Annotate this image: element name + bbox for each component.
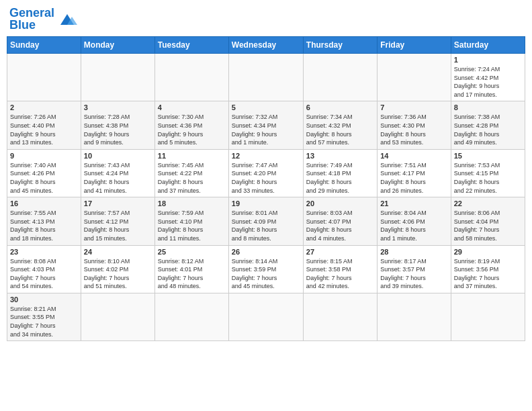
logo-blue: Blue <box>9 18 36 32</box>
week-row-2: 2Sunrise: 7:26 AM Sunset: 4:40 PM Daylig… <box>7 101 525 149</box>
calendar-cell: 28Sunrise: 8:17 AM Sunset: 3:57 PM Dayli… <box>378 245 451 293</box>
day-number: 6 <box>306 103 374 111</box>
day-info: Sunrise: 8:03 AM Sunset: 4:07 PM Dayligh… <box>306 209 374 242</box>
day-info: Sunrise: 7:28 AM Sunset: 4:38 PM Dayligh… <box>84 113 152 146</box>
day-number: 29 <box>454 248 522 256</box>
calendar-cell: 19Sunrise: 8:01 AM Sunset: 4:09 PM Dayli… <box>228 197 303 245</box>
day-info: Sunrise: 8:04 AM Sunset: 4:06 PM Dayligh… <box>380 209 447 242</box>
day-number: 19 <box>232 199 300 208</box>
calendar-cell: 17Sunrise: 7:57 AM Sunset: 4:12 PM Dayli… <box>81 197 154 245</box>
weekday-header-monday: Monday <box>81 37 154 54</box>
day-info: Sunrise: 7:38 AM Sunset: 4:28 PM Dayligh… <box>454 113 522 146</box>
day-number: 20 <box>306 199 374 208</box>
calendar-cell: 23Sunrise: 8:08 AM Sunset: 4:03 PM Dayli… <box>7 245 81 293</box>
calendar-cell: 30Sunrise: 8:21 AM Sunset: 3:55 PM Dayli… <box>7 293 81 340</box>
calendar-cell <box>378 293 451 340</box>
day-number: 3 <box>84 103 152 111</box>
calendar-cell: 16Sunrise: 7:55 AM Sunset: 4:13 PM Dayli… <box>7 197 81 245</box>
calendar-cell: 18Sunrise: 7:59 AM Sunset: 4:10 PM Dayli… <box>154 197 228 245</box>
calendar-cell: 3Sunrise: 7:28 AM Sunset: 4:38 PM Daylig… <box>81 101 154 149</box>
day-number: 2 <box>10 103 78 111</box>
calendar-cell: 13Sunrise: 7:49 AM Sunset: 4:18 PM Dayli… <box>303 149 377 197</box>
day-number: 10 <box>84 152 152 160</box>
day-info: Sunrise: 7:24 AM Sunset: 4:42 PM Dayligh… <box>454 65 522 99</box>
day-info: Sunrise: 7:36 AM Sunset: 4:30 PM Dayligh… <box>380 113 447 146</box>
calendar-cell: 14Sunrise: 7:51 AM Sunset: 4:17 PM Dayli… <box>378 149 451 197</box>
day-info: Sunrise: 8:17 AM Sunset: 3:57 PM Dayligh… <box>380 257 447 291</box>
day-info: Sunrise: 8:06 AM Sunset: 4:04 PM Dayligh… <box>454 209 522 242</box>
weekday-header-saturday: Saturday <box>451 37 525 54</box>
calendar-cell: 12Sunrise: 7:47 AM Sunset: 4:20 PM Dayli… <box>228 149 303 197</box>
weekday-header-wednesday: Wednesday <box>228 37 303 54</box>
calendar-cell <box>378 54 451 101</box>
calendar-cell: 29Sunrise: 8:19 AM Sunset: 3:56 PM Dayli… <box>451 245 525 293</box>
logo-text: General Blue <box>9 7 54 31</box>
weekday-header-sunday: Sunday <box>7 37 81 54</box>
day-number: 30 <box>10 295 78 304</box>
day-number: 21 <box>380 199 447 208</box>
calendar-cell: 7Sunrise: 7:36 AM Sunset: 4:30 PM Daylig… <box>378 101 451 149</box>
day-number: 9 <box>10 152 78 160</box>
day-info: Sunrise: 8:15 AM Sunset: 3:58 PM Dayligh… <box>306 257 374 291</box>
calendar-cell: 11Sunrise: 7:45 AM Sunset: 4:22 PM Dayli… <box>154 149 228 197</box>
calendar-cell: 15Sunrise: 7:53 AM Sunset: 4:15 PM Dayli… <box>451 149 525 197</box>
day-info: Sunrise: 7:26 AM Sunset: 4:40 PM Dayligh… <box>10 113 78 146</box>
calendar-cell: 21Sunrise: 8:04 AM Sunset: 4:06 PM Dayli… <box>378 197 451 245</box>
day-info: Sunrise: 7:53 AM Sunset: 4:15 PM Dayligh… <box>454 161 522 195</box>
day-info: Sunrise: 7:32 AM Sunset: 4:34 PM Dayligh… <box>232 113 300 146</box>
calendar-cell <box>154 293 228 340</box>
day-info: Sunrise: 8:21 AM Sunset: 3:55 PM Dayligh… <box>10 305 78 338</box>
day-number: 17 <box>84 199 152 208</box>
calendar-cell: 8Sunrise: 7:38 AM Sunset: 4:28 PM Daylig… <box>451 101 525 149</box>
day-number: 22 <box>454 199 522 208</box>
calendar-cell <box>7 54 81 101</box>
day-number: 11 <box>158 152 226 160</box>
calendar-cell: 2Sunrise: 7:26 AM Sunset: 4:40 PM Daylig… <box>7 101 81 149</box>
week-row-5: 23Sunrise: 8:08 AM Sunset: 4:03 PM Dayli… <box>7 245 525 293</box>
day-info: Sunrise: 8:08 AM Sunset: 4:03 PM Dayligh… <box>10 257 78 291</box>
calendar-cell: 27Sunrise: 8:15 AM Sunset: 3:58 PM Dayli… <box>303 245 377 293</box>
day-info: Sunrise: 7:34 AM Sunset: 4:32 PM Dayligh… <box>306 113 374 146</box>
day-number: 18 <box>158 199 226 208</box>
calendar-cell: 1Sunrise: 7:24 AM Sunset: 4:42 PM Daylig… <box>451 54 525 101</box>
day-number: 5 <box>232 103 300 111</box>
logo-general: General <box>9 6 54 19</box>
calendar-cell <box>228 293 303 340</box>
day-info: Sunrise: 7:45 AM Sunset: 4:22 PM Dayligh… <box>158 161 226 195</box>
day-number: 14 <box>380 152 447 160</box>
day-info: Sunrise: 7:55 AM Sunset: 4:13 PM Dayligh… <box>10 209 78 242</box>
calendar-table: SundayMondayTuesdayWednesdayThursdayFrid… <box>7 36 525 341</box>
day-number: 13 <box>306 152 374 160</box>
day-info: Sunrise: 7:47 AM Sunset: 4:20 PM Dayligh… <box>232 161 300 195</box>
calendar-cell: 22Sunrise: 8:06 AM Sunset: 4:04 PM Dayli… <box>451 197 525 245</box>
calendar-cell: 6Sunrise: 7:34 AM Sunset: 4:32 PM Daylig… <box>303 101 377 149</box>
day-info: Sunrise: 7:57 AM Sunset: 4:12 PM Dayligh… <box>84 209 152 242</box>
calendar-cell <box>451 293 525 340</box>
day-info: Sunrise: 7:59 AM Sunset: 4:10 PM Dayligh… <box>158 209 226 242</box>
day-number: 15 <box>454 152 522 160</box>
day-info: Sunrise: 8:19 AM Sunset: 3:56 PM Dayligh… <box>454 257 522 291</box>
day-number: 27 <box>306 248 374 256</box>
day-info: Sunrise: 8:14 AM Sunset: 3:59 PM Dayligh… <box>232 257 300 291</box>
week-row-3: 9Sunrise: 7:40 AM Sunset: 4:26 PM Daylig… <box>7 149 525 197</box>
calendar-cell <box>303 293 377 340</box>
page-header: General Blue <box>7 7 525 31</box>
day-number: 24 <box>84 248 152 256</box>
calendar-cell: 9Sunrise: 7:40 AM Sunset: 4:26 PM Daylig… <box>7 149 81 197</box>
logo: General Blue <box>9 7 76 31</box>
day-info: Sunrise: 8:12 AM Sunset: 4:01 PM Dayligh… <box>158 257 226 291</box>
day-number: 4 <box>158 103 226 111</box>
calendar-cell: 26Sunrise: 8:14 AM Sunset: 3:59 PM Dayli… <box>228 245 303 293</box>
day-number: 16 <box>10 199 78 208</box>
calendar-cell: 20Sunrise: 8:03 AM Sunset: 4:07 PM Dayli… <box>303 197 377 245</box>
day-info: Sunrise: 7:30 AM Sunset: 4:36 PM Dayligh… <box>158 113 226 146</box>
day-info: Sunrise: 7:51 AM Sunset: 4:17 PM Dayligh… <box>380 161 447 195</box>
weekday-header-tuesday: Tuesday <box>154 37 228 54</box>
day-number: 26 <box>232 248 300 256</box>
day-number: 25 <box>158 248 226 256</box>
weekday-header-thursday: Thursday <box>303 37 377 54</box>
calendar-cell <box>228 54 303 101</box>
weekday-header-friday: Friday <box>378 37 451 54</box>
logo-icon <box>57 11 76 26</box>
day-info: Sunrise: 7:43 AM Sunset: 4:24 PM Dayligh… <box>84 161 152 195</box>
